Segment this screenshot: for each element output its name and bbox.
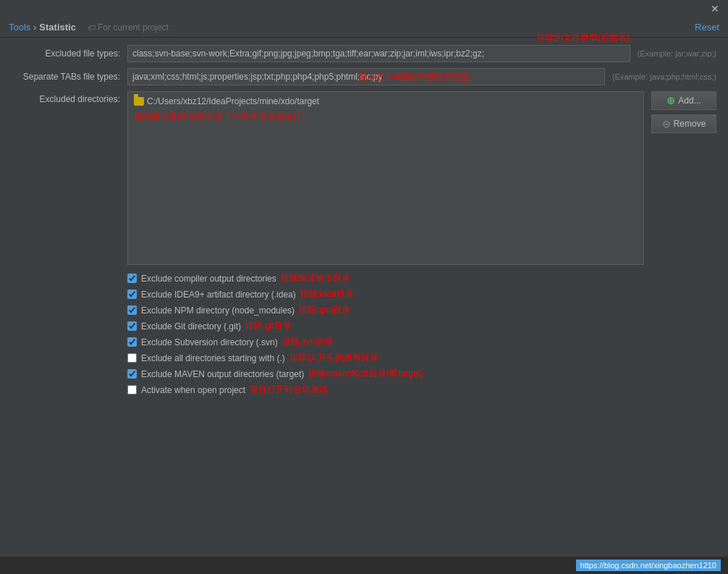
directory-entry: C:/Users/xbz12/IdeaProjects/mine/xdo/tar…: [131, 95, 640, 108]
directory-annotation: 排除的目录(即这些目录下的文件不会被统计): [131, 111, 640, 123]
breadcrumb-arrow: ›: [33, 22, 36, 33]
checkbox-label-6: Exclude all directories starting with (.…: [141, 353, 285, 363]
excluded-file-types-annotation: 排除的文件类型(后缀名): [537, 32, 630, 44]
directory-path: C:/Users/xbz12/IdeaProjects/mine/xdo/tar…: [147, 96, 319, 106]
checkbox-label-1: Exclude compiler output directories: [141, 274, 276, 284]
checkbox-7[interactable]: [127, 369, 137, 379]
checkbox-6[interactable]: [127, 353, 137, 363]
checkbox-row-8: Activate when open project项目打开时自动激活: [127, 384, 716, 396]
checkboxes-section: Exclude compiler output directories排除编译输…: [12, 272, 716, 396]
checkbox-8[interactable]: [127, 385, 137, 394]
checkbox-1[interactable]: [127, 274, 137, 283]
checkbox-annotation-1: 排除编译输出目录: [281, 272, 350, 284]
checkbox-annotation-5: 排除.svn目录: [282, 336, 333, 348]
remove-directory-button[interactable]: ⊖ Remove: [651, 114, 716, 133]
separate-tabs-label: Separate TABs file types:: [12, 72, 127, 82]
checkbox-3[interactable]: [127, 305, 137, 315]
excluded-directories-label: Excluded directories:: [12, 91, 127, 104]
folder-icon: [134, 97, 144, 106]
status-url: https://blog.csdn.net/xingbaozhen1210: [576, 560, 721, 571]
checkbox-4[interactable]: [127, 321, 137, 331]
checkbox-label-3: Exclude NPM directory (node_modules): [141, 305, 295, 316]
checkbox-5[interactable]: [127, 337, 137, 347]
separate-tabs-annotation: 显示在TAB面板中的文件类型: [359, 71, 470, 83]
checkbox-row-5: Exclude Subversion directory (.svn)排除.sv…: [127, 336, 716, 348]
checkbox-label-8: Activate when open project: [141, 385, 245, 395]
checkbox-row-4: Exclude Git directory (.git)排除.git目录: [127, 320, 716, 332]
add-directory-button[interactable]: ⊕ Add...: [651, 91, 716, 110]
checkbox-row-7: Exclude MAVEN output directories (target…: [127, 368, 716, 380]
checkbox-label-7: Exclude MAVEN output directories (target…: [141, 369, 304, 379]
checkbox-row-2: Exclude IDEA9+ artifact directory (.idea…: [127, 288, 716, 300]
checkbox-row-3: Exclude NPM directory (node_modules)排除np…: [127, 304, 716, 316]
excluded-directories-section: Excluded directories: C:/Users/xbz12/Ide…: [12, 91, 716, 265]
excluded-file-types-row: Excluded file types: (Example: jar;war;z…: [12, 45, 716, 62]
status-bar: https://blog.csdn.net/xingbaozhen1210: [0, 557, 728, 574]
breadcrumb-statistic: Statistic: [39, 22, 76, 33]
add-button-label: Add...: [678, 96, 701, 106]
add-icon: ⊕: [666, 95, 675, 106]
title-bar: ✕: [0, 0, 728, 17]
checkbox-label-4: Exclude Git directory (.git): [141, 321, 241, 332]
reset-button[interactable]: Reset: [695, 22, 719, 33]
separate-tabs-hint: (Example: java;php;html;css;): [612, 72, 716, 81]
checkbox-annotation-8: 项目打开时自动激活: [250, 384, 328, 396]
remove-icon: ⊖: [662, 118, 671, 130]
checkbox-annotation-2: 排除.idea目录: [300, 288, 354, 300]
remove-button-label: Remove: [674, 119, 706, 129]
close-button[interactable]: ✕: [708, 3, 722, 14]
breadcrumb-project: For current project: [88, 22, 169, 33]
checkbox-row-6: Exclude all directories starting with (.…: [127, 352, 716, 364]
checkbox-2[interactable]: [127, 290, 137, 299]
checkbox-annotation-6: 排除以.开头的所有目录: [289, 352, 378, 364]
checkbox-annotation-3: 排除npm目录: [299, 304, 350, 316]
directories-box: C:/Users/xbz12/IdeaProjects/mine/xdo/tar…: [127, 91, 644, 265]
checkbox-label-2: Exclude IDEA9+ artifact directory (.idea…: [141, 290, 296, 300]
breadcrumb-tools[interactable]: Tools: [9, 22, 30, 33]
checkbox-label-5: Exclude Subversion directory (.svn): [141, 337, 278, 347]
excluded-file-types-label: Excluded file types:: [12, 48, 127, 59]
breadcrumb-left: Tools › Statistic For current project: [9, 22, 169, 33]
checkbox-annotation-7: 排除maven输出目录(即target): [308, 368, 423, 380]
checkbox-annotation-4: 排除.git目录: [245, 320, 292, 332]
excluded-file-types-hint: (Example: jar;war;zip;): [638, 49, 716, 58]
checkbox-row-1: Exclude compiler output directories排除编译输…: [127, 272, 716, 284]
directory-buttons: ⊕ Add... ⊖ Remove: [651, 91, 716, 133]
separate-tabs-row: Separate TABs file types: (Example: java…: [12, 68, 716, 85]
content-area: Excluded file types: (Example: jar;war;z…: [0, 38, 728, 407]
excluded-file-types-input[interactable]: [127, 45, 630, 62]
